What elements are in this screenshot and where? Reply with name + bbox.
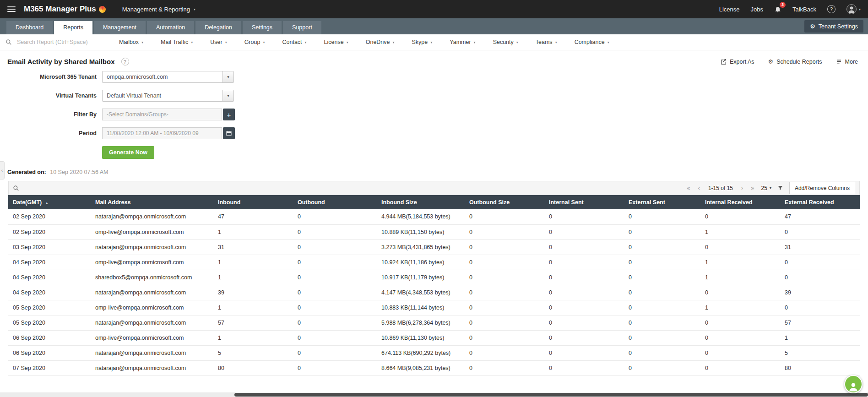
table-row[interactable]: 03 Sep 2020natarajan@ompqa.onmicrosoft.c…	[8, 239, 860, 255]
table-cell: 0	[624, 239, 700, 255]
column-header-mail-address[interactable]: Mail Address	[91, 195, 213, 209]
table-row[interactable]: 02 Sep 2020omp-live@ompqa.onmicrosoft.co…	[8, 224, 860, 239]
caret-down-icon: ▾	[770, 186, 771, 190]
tab-dashboard[interactable]: Dashboard	[6, 21, 53, 34]
caret-down-icon: ▾	[516, 40, 518, 44]
menu-mailbox[interactable]: Mailbox▾	[119, 39, 143, 45]
caret-down-icon: ▾	[194, 7, 195, 11]
table-row[interactable]: 04 Sep 2020natarajan@ompqa.onmicrosoft.c…	[8, 285, 860, 300]
tab-reports[interactable]: Reports	[54, 21, 92, 34]
page-size-select[interactable]: 25 ▾	[761, 185, 771, 191]
table-cell: 10.883 KB(11,144 bytes)	[377, 300, 465, 315]
help-icon[interactable]: ?	[827, 5, 835, 13]
tenant-settings-button[interactable]: ⚙ Tenant Settings	[804, 20, 863, 33]
export-as-button[interactable]: Export As	[720, 59, 754, 65]
tab-management[interactable]: Management	[94, 21, 146, 34]
table-toolbar: « ‹ 1-15 of 15 › » 25 ▾ Add/Remove Colum…	[8, 181, 860, 195]
table-cell: 47	[780, 209, 860, 224]
table-cell: 0	[624, 255, 700, 270]
table-cell: natarajan@ompqa.onmicrosoft.com	[91, 360, 213, 375]
filter-by-placeholder: -Select Domains/Groups-	[107, 111, 168, 118]
menu-contact[interactable]: Contact▾	[282, 39, 307, 45]
add-remove-columns-button[interactable]: Add/Remove Columns	[789, 182, 855, 194]
tenant-label: Microsoft 365 Tenant	[7, 74, 97, 80]
column-header-external-sent[interactable]: External Sent	[624, 195, 700, 209]
panel-collapse-handle[interactable]: ‹	[0, 161, 5, 179]
schedule-reports-button[interactable]: ⚙ Schedule Reports	[768, 59, 822, 65]
menu-security[interactable]: Security▾	[493, 39, 518, 45]
module-switcher[interactable]: Management & Reporting ▾	[122, 6, 195, 13]
menu-skype[interactable]: Skype▾	[412, 39, 433, 45]
column-label: Mail Address	[95, 199, 130, 206]
table-row[interactable]: 06 Sep 2020omp-live@ompqa.onmicrosoft.co…	[8, 330, 860, 345]
column-header-internal-sent[interactable]: Internal Sent	[544, 195, 624, 209]
menu-user[interactable]: User▾	[210, 39, 227, 45]
menu-license[interactable]: License▾	[324, 39, 348, 45]
menu-compliance[interactable]: Compliance▾	[575, 39, 609, 45]
table-row[interactable]: 05 Sep 2020omp-live@ompqa.onmicrosoft.co…	[8, 300, 860, 315]
menu-onedrive[interactable]: OneDrive▾	[366, 39, 395, 45]
license-link[interactable]: License	[719, 6, 740, 13]
horizontal-scrollbar-thumb[interactable]	[234, 393, 868, 397]
table-cell: 0	[544, 270, 624, 285]
table-cell: 80	[780, 360, 860, 375]
talkback-link[interactable]: TalkBack	[792, 6, 816, 13]
report-filter-form: Microsoft 365 Tenant ompqa.onmicrosoft.c…	[7, 71, 868, 159]
calendar-button[interactable]	[223, 127, 235, 139]
tab-delegation[interactable]: Delegation	[195, 21, 241, 34]
filter-funnel-icon[interactable]	[777, 185, 783, 191]
table-row[interactable]: 05 Sep 2020natarajan@ompqa.onmicrosoft.c…	[8, 315, 860, 330]
column-header-inbound[interactable]: Inbound	[213, 195, 293, 209]
virtual-tenants-select[interactable]: Default Virtual Tenant ▾	[102, 90, 234, 102]
column-header-date[interactable]: Date(GMT)▲	[8, 195, 91, 209]
next-page-button[interactable]: ›	[740, 185, 744, 191]
column-header-inbound-size[interactable]: Inbound Size	[377, 195, 465, 209]
table-search-icon[interactable]	[13, 185, 19, 191]
column-header-outbound-size[interactable]: Outbound Size	[465, 195, 544, 209]
table-row[interactable]: 06 Sep 2020natarajan@ompqa.onmicrosoft.c…	[8, 345, 860, 360]
tenant-select[interactable]: ompqa.onmicrosoft.com ▾	[102, 71, 234, 83]
generated-on-value: 10 Sep 2020 07:56 AM	[50, 169, 108, 175]
tab-settings[interactable]: Settings	[243, 21, 282, 34]
menu-teams[interactable]: Teams▾	[536, 39, 557, 45]
table-cell: 57	[213, 315, 293, 330]
menu-mail-traffic[interactable]: Mail Traffic▾	[161, 39, 193, 45]
search-report-input[interactable]	[16, 38, 105, 46]
table-cell: 03 Sep 2020	[8, 239, 91, 255]
more-button[interactable]: More	[836, 59, 858, 65]
menu-label: Compliance	[575, 39, 605, 45]
add-filter-button[interactable]: +	[223, 109, 235, 120]
jobs-link[interactable]: Jobs	[750, 6, 763, 13]
table-row[interactable]: 04 Sep 2020omp-live@ompqa.onmicrosoft.co…	[8, 255, 860, 270]
tab-support[interactable]: Support	[283, 21, 321, 34]
table-cell: 5.988 MB(6,278,364 bytes)	[377, 315, 465, 330]
table-cell: 0	[780, 270, 860, 285]
first-page-button[interactable]: «	[686, 185, 691, 191]
table-row[interactable]: 04 Sep 2020sharedbox5@ompqa.onmicrosoft.…	[8, 270, 860, 285]
report-help-icon[interactable]: ?	[121, 58, 129, 65]
period-label: Period	[7, 130, 97, 136]
table-cell: 10.889 KB(11,150 bytes)	[377, 224, 465, 239]
hamburger-menu-icon[interactable]	[7, 6, 16, 12]
user-menu[interactable]: ▾	[846, 4, 861, 14]
generate-now-button[interactable]: Generate Now	[102, 146, 154, 159]
filter-by-field[interactable]: -Select Domains/Groups-	[102, 109, 222, 120]
last-page-button[interactable]: »	[750, 185, 755, 191]
menu-label: User	[210, 39, 222, 45]
table-row[interactable]: 07 Sep 2020natarajan@ompqa.onmicrosoft.c…	[8, 360, 860, 375]
chat-support-button[interactable]	[844, 375, 863, 393]
tab-automation[interactable]: Automation	[147, 21, 194, 34]
prev-page-button[interactable]: ‹	[697, 185, 701, 191]
main-tab-bar: Dashboard Reports Management Automation …	[0, 18, 868, 34]
notifications-button[interactable]: 3	[774, 5, 781, 13]
period-field[interactable]: 11/08/2020 12:00 AM - 10/09/2020 09	[102, 127, 222, 139]
table-cell: 02 Sep 2020	[8, 224, 91, 239]
column-header-external-received[interactable]: External Received	[780, 195, 860, 209]
column-header-internal-received[interactable]: Internal Received	[700, 195, 780, 209]
column-header-outbound[interactable]: Outbound	[293, 195, 377, 209]
report-menus: Mailbox▾ Mail Traffic▾ User▾ Group▾ Cont…	[119, 39, 609, 45]
menu-yammer[interactable]: Yammer▾	[450, 39, 475, 45]
menu-group[interactable]: Group▾	[244, 39, 265, 45]
table-row[interactable]: 02 Sep 2020natarajan@ompqa.onmicrosoft.c…	[8, 209, 860, 224]
horizontal-scrollbar[interactable]	[0, 392, 868, 397]
